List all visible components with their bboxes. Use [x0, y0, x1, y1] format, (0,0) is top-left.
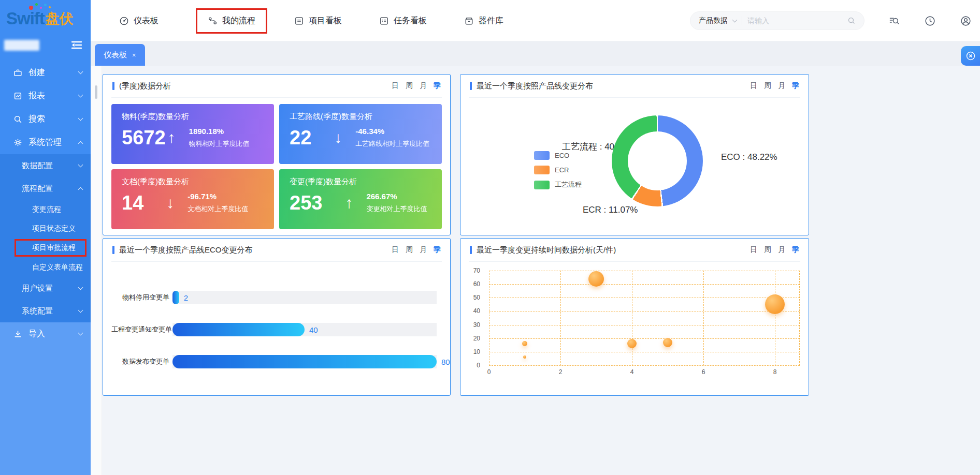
filter-month[interactable]: 月	[420, 245, 427, 255]
global-search[interactable]: 产品数据	[690, 11, 864, 30]
nav-task-board[interactable]: 任务看板	[379, 16, 427, 26]
sidebar-item-label: 数据配置	[22, 161, 53, 171]
nav-my-flows[interactable]: 我的流程	[196, 8, 267, 34]
filter-month[interactable]: 月	[778, 81, 785, 91]
y-tick-label: 20	[473, 335, 480, 342]
y-tick-label: 0	[477, 362, 480, 369]
donut-chart[interactable]	[612, 115, 703, 206]
filter-day[interactable]: 日	[392, 81, 399, 91]
brand-logo[interactable]: Swift 盘伏	[0, 0, 91, 37]
sidebar-item-label: 报表	[28, 91, 45, 101]
sidebar-item-user-settings[interactable]: 用户设置	[0, 277, 91, 300]
sidebar-item-change-flow[interactable]: 变更流程	[0, 200, 91, 219]
close-all-tabs-button[interactable]	[961, 46, 980, 66]
chevron-down-icon[interactable]	[732, 18, 738, 23]
filter-quarter[interactable]: 季	[434, 81, 441, 91]
card-header: 最近一季度变更持续时间数据分析(天/件) 日 周 月 季	[460, 239, 809, 261]
filter-quarter[interactable]: 季	[792, 245, 799, 255]
bar-fill[interactable]	[172, 355, 437, 368]
bubble[interactable]	[627, 339, 637, 348]
bubble[interactable]	[523, 355, 526, 359]
bar-fill[interactable]	[172, 323, 305, 336]
tile-percent: 1890.18%	[189, 127, 250, 136]
x-tick-label: 6	[698, 368, 709, 376]
history-clock-icon[interactable]	[924, 15, 936, 27]
sidebar-item-reports[interactable]: 报表	[0, 84, 91, 108]
scrollbar[interactable]	[95, 85, 97, 99]
nav-component-library[interactable]: 器件库	[464, 16, 503, 26]
tile-value: 5672	[122, 128, 166, 147]
tile-caption: 物料相对上季度比值	[189, 139, 250, 149]
stat-tile-change[interactable]: 变更(季度)数量分析 253 ↑ 266.67% 变更相对上季度比值	[279, 169, 442, 229]
tab-dashboard[interactable]: 仪表板 ×	[95, 44, 145, 66]
sidebar-item-project-approval-flow[interactable]: 项目审批流程	[15, 239, 87, 257]
sidebar-collapse-icon[interactable]	[70, 39, 83, 51]
sidebar-item-import[interactable]: 导入	[0, 322, 91, 346]
time-filter: 日 周 月 季	[392, 81, 441, 91]
sidebar-item-system-admin[interactable]: 系统管理	[0, 131, 91, 154]
app-root: Swift 盘伏 创建 报	[0, 0, 980, 475]
search-category-select[interactable]: 产品数据	[699, 16, 728, 25]
search-icon[interactable]	[847, 17, 856, 25]
stat-tile-material[interactable]: 物料(季度)数量分析 5672 ↑ 1890.18% 物料相对上季度比值	[111, 104, 274, 164]
gauge-icon	[119, 16, 129, 26]
card-title: (季度)数据分析	[119, 81, 171, 91]
sidebar-item-search[interactable]: 搜索	[0, 108, 91, 131]
chevron-down-icon	[78, 93, 83, 98]
filter-quarter[interactable]: 季	[792, 81, 799, 91]
filter-week[interactable]: 周	[406, 81, 413, 91]
bubble[interactable]	[588, 271, 604, 287]
bar-fill[interactable]	[172, 291, 179, 304]
search-input[interactable]	[747, 17, 842, 25]
filter-month[interactable]: 月	[420, 81, 427, 91]
sidebar-item-flow-config[interactable]: 流程配置	[0, 177, 91, 200]
y-tick-label: 70	[473, 267, 480, 274]
sidebar-item-create[interactable]: 创建	[0, 61, 91, 84]
stat-tile-document[interactable]: 文档(季度)数量分析 14 ↓ -96.71% 文档相对上季度比值	[111, 169, 274, 229]
tab-close-icon[interactable]: ×	[132, 51, 136, 59]
top-nav: 仪表板 我的流程 项目看板 任务看板	[119, 0, 541, 41]
filter-day[interactable]: 日	[750, 81, 757, 91]
scatter-plot	[489, 271, 800, 365]
x-tick-label: 2	[555, 368, 566, 376]
sidebar-item-label: 创建	[28, 67, 45, 78]
bubble[interactable]	[522, 341, 527, 346]
tile-caption: 文档相对上季度比值	[188, 204, 248, 214]
y-tick-label: 50	[473, 294, 480, 301]
filter-day[interactable]: 日	[392, 245, 399, 255]
tile-percent: -46.34%	[355, 127, 429, 136]
sidebar-item-label: 流程配置	[22, 184, 53, 194]
logo-dots	[29, 3, 60, 11]
sidebar-item-system-config[interactable]: 系统配置	[0, 300, 91, 322]
brand-wordmark-cn: 盘伏	[46, 9, 74, 28]
nav-project-board[interactable]: 项目看板	[294, 16, 342, 26]
gridline-h	[489, 311, 800, 311]
filter-week[interactable]: 周	[764, 245, 771, 255]
advanced-search-icon[interactable]	[888, 15, 900, 27]
user-account-icon[interactable]	[960, 15, 972, 27]
system-admin-submenu: 数据配置 流程配置 变更流程 项目状态定义 项目审批流程 自定义表单流程	[0, 154, 91, 322]
divider	[469, 97, 800, 98]
filter-week[interactable]: 周	[406, 245, 413, 255]
legend-item-process-flow[interactable]: 工艺流程	[534, 180, 582, 189]
bubble[interactable]	[663, 338, 672, 347]
gridline-h	[489, 284, 800, 285]
card-eco-change-bars: 最近一个季度按照产品线ECO变更分布 日 周 月 季 物料停用变更单 2	[103, 238, 451, 396]
bar-row: 数据发布变更单 80	[111, 355, 437, 368]
filter-day[interactable]: 日	[750, 245, 757, 255]
legend-item-ecr[interactable]: ECR	[534, 166, 582, 174]
sidebar-item-project-status-def[interactable]: 项目状态定义	[0, 219, 91, 238]
sidebar-item-custom-form-flow[interactable]: 自定义表单流程	[0, 258, 91, 277]
filter-quarter[interactable]: 季	[434, 245, 441, 255]
tab-label: 仪表板	[104, 50, 127, 60]
nav-dashboard[interactable]: 仪表板	[119, 16, 158, 26]
filter-month[interactable]: 月	[778, 245, 785, 255]
stat-tile-process-route[interactable]: 工艺路线(季度)数量分析 22 ↓ -46.34% 工艺路线相对上季度比值	[279, 104, 442, 164]
tile-title: 文档(季度)数量分析	[122, 177, 264, 187]
bar-track: 2	[172, 291, 437, 304]
filter-week[interactable]: 周	[764, 81, 771, 91]
card-header: (季度)数据分析 日 周 月 季	[103, 75, 450, 97]
sidebar-item-data-config[interactable]: 数据配置	[0, 154, 91, 177]
tile-title: 物料(季度)数量分析	[122, 112, 264, 122]
legend-label: ECR	[555, 166, 569, 174]
